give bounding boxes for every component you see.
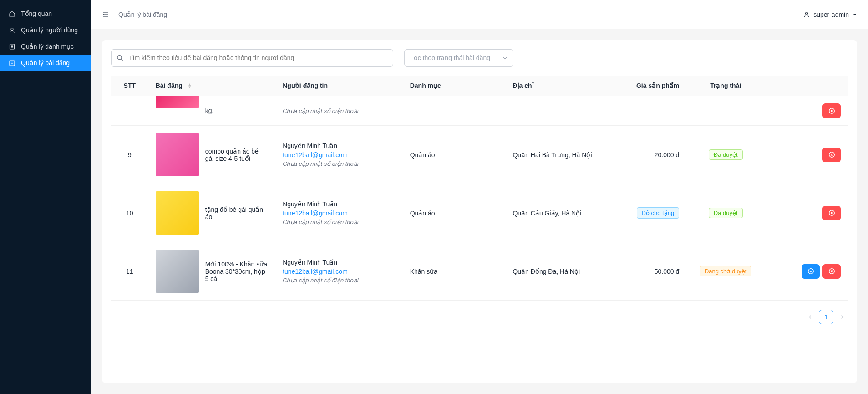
post-title: kg. xyxy=(205,107,214,114)
sidebar-item-label: Tổng quan xyxy=(21,10,52,17)
cell-user: Nguyễn Minh Tuấntune12ball@gmail.comChưa… xyxy=(275,242,403,301)
svg-line-13 xyxy=(121,59,123,61)
price-value: 50.000 đ xyxy=(655,268,680,275)
th-post[interactable]: Bài đăng ▲▼ xyxy=(148,76,276,96)
post-title: tặng đồ bé gái quần áo xyxy=(205,206,269,220)
sidebar-item-0[interactable]: Tổng quan xyxy=(0,5,91,22)
cell-price: 20.000 đ xyxy=(608,126,686,184)
post-thumbnail xyxy=(156,191,199,235)
breadcrumb: Quản lý bài đăng xyxy=(118,11,167,18)
cell-address: Quận Hai Bà Trưng, Hà Nội xyxy=(505,126,608,184)
user-phone: Chưa cập nhật số điện thoại xyxy=(283,160,396,167)
svg-point-0 xyxy=(11,28,13,30)
cell-post: kg. xyxy=(148,96,276,126)
user-email[interactable]: tune12ball@gmail.com xyxy=(283,151,396,159)
posts-table: STT Bài đăng ▲▼ Người đăng tin Danh mục … xyxy=(111,76,848,301)
sidebar: Tổng quanQuản lý người dùngQuản lý danh … xyxy=(0,0,91,394)
cell-category: Khăn sữa xyxy=(403,242,506,301)
svg-point-23 xyxy=(808,269,813,274)
th-price: Giá sản phẩm xyxy=(608,76,686,96)
th-status: Trạng thái xyxy=(686,76,765,96)
user-phone: Chưa cập nhật số điện thoại xyxy=(283,107,396,114)
status-badge: Đã duyệt xyxy=(709,208,743,218)
post-thumbnail xyxy=(156,96,199,108)
cell-stt: 9 xyxy=(111,126,148,184)
user-phone: Chưa cập nhật số điện thoại xyxy=(283,277,396,284)
content-panel: Lọc theo trạng thái bài đăng STT Bài đăn… xyxy=(102,40,857,383)
cell-actions xyxy=(765,242,848,301)
search-icon xyxy=(117,55,123,61)
cell-stt: 10 xyxy=(111,184,148,242)
post-thumbnail xyxy=(156,133,199,176)
table-row: 10tặng đồ bé gái quần áoNguyễn Minh Tuấn… xyxy=(111,184,848,242)
delete-button[interactable] xyxy=(822,148,841,162)
cell-price: 50.000 đ xyxy=(608,242,686,301)
table-row: 11Mới 100% - Khăn sữa Boona 30*30cm, hộp… xyxy=(111,242,848,301)
sidebar-item-3[interactable]: Quản lý bài đăng xyxy=(0,55,91,71)
cell-post: tặng đồ bé gái quần áo xyxy=(148,184,276,242)
user-menu[interactable]: super-admin xyxy=(803,11,857,18)
cell-address xyxy=(505,96,608,126)
search-input[interactable] xyxy=(111,49,393,67)
th-stt: STT xyxy=(111,76,148,96)
user-name: Nguyễn Minh Tuấn xyxy=(283,142,396,149)
cell-address: Quận Đống Đa, Hà Nội xyxy=(505,242,608,301)
cell-post: combo quần áo bé gái size 4-5 tuổi xyxy=(148,126,276,184)
cell-price xyxy=(608,96,686,126)
post-title: combo quần áo bé gái size 4-5 tuổi xyxy=(205,148,269,162)
user-icon xyxy=(8,26,15,34)
post-thumbnail xyxy=(156,250,199,293)
page-number[interactable]: 1 xyxy=(819,310,833,324)
cell-stt: 11 xyxy=(111,242,148,301)
sidebar-item-label: Quản lý danh mục xyxy=(21,43,74,50)
delete-button[interactable] xyxy=(822,103,841,118)
search-box xyxy=(111,49,393,67)
topbar: Quản lý bài đăng super-admin xyxy=(91,0,868,29)
approve-button[interactable] xyxy=(802,264,820,279)
delete-button[interactable] xyxy=(822,206,841,220)
main: Quản lý bài đăng super-admin Lọc theo tr… xyxy=(91,0,868,394)
post-title: Mới 100% - Khăn sữa Boona 30*30cm, hộp 5… xyxy=(205,261,269,282)
svg-point-11 xyxy=(806,12,808,15)
price-value: 20.000 đ xyxy=(655,151,680,159)
user-email[interactable]: tune12ball@gmail.com xyxy=(283,268,396,275)
sidebar-item-1[interactable]: Quản lý người dùng xyxy=(0,22,91,38)
delete-button[interactable] xyxy=(822,264,841,279)
user-phone: Chưa cập nhật số điện thoại xyxy=(283,219,396,225)
th-category: Danh mục xyxy=(403,76,506,96)
home-icon xyxy=(8,10,15,17)
status-badge: Đang chờ duyệt xyxy=(700,266,752,276)
cell-status: Đang chờ duyệt xyxy=(686,242,765,301)
sort-icon: ▲▼ xyxy=(188,83,192,89)
user-email[interactable]: tune12ball@gmail.com xyxy=(283,210,396,217)
page-prev[interactable] xyxy=(806,313,814,321)
gift-tag: Đồ cho tặng xyxy=(637,207,680,219)
sidebar-collapse-icon[interactable] xyxy=(102,11,109,18)
cell-address: Quận Cầu Giấy, Hà Nội xyxy=(505,184,608,242)
cell-status xyxy=(686,96,765,126)
cell-category: Quần áo xyxy=(403,126,506,184)
pagination: 1 xyxy=(111,301,848,326)
table-row: kg.Chưa cập nhật số điện thoại xyxy=(111,96,848,126)
user-name: super-admin xyxy=(813,11,849,18)
th-user: Người đăng tin xyxy=(275,76,403,96)
page-next[interactable] xyxy=(838,313,846,321)
cell-actions xyxy=(765,96,848,126)
cell-price: Đồ cho tặng xyxy=(608,184,686,242)
user-name: Nguyễn Minh Tuấn xyxy=(283,259,396,266)
cell-status: Đã duyệt xyxy=(686,184,765,242)
sidebar-item-label: Quản lý bài đăng xyxy=(21,59,70,67)
table-row: 9combo quần áo bé gái size 4-5 tuổiNguyễ… xyxy=(111,126,848,184)
sidebar-item-2[interactable]: Quản lý danh mục xyxy=(0,38,91,55)
sidebar-item-label: Quản lý người dùng xyxy=(21,26,78,34)
cell-user: Chưa cập nhật số điện thoại xyxy=(275,96,403,126)
status-filter-placeholder: Lọc theo trạng thái bài đăng xyxy=(410,54,490,61)
cell-actions xyxy=(765,184,848,242)
cell-post: Mới 100% - Khăn sữa Boona 30*30cm, hộp 5… xyxy=(148,242,276,301)
cell-status: Đã duyệt xyxy=(686,126,765,184)
th-actions xyxy=(765,76,848,96)
caret-down-icon xyxy=(853,12,857,17)
cell-user: Nguyễn Minh Tuấntune12ball@gmail.comChưa… xyxy=(275,126,403,184)
chevron-down-icon xyxy=(503,56,508,61)
status-filter-select[interactable]: Lọc theo trạng thái bài đăng xyxy=(404,49,513,67)
